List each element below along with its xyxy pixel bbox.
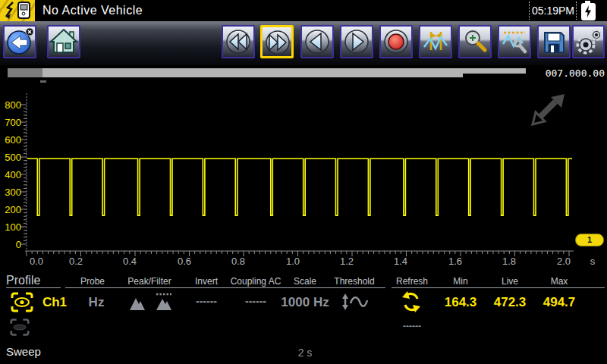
- buffer-scrollbar[interactable]: [8, 68, 526, 77]
- x-tick-label: 0.0: [24, 256, 49, 267]
- header-invert: Invert: [195, 276, 218, 287]
- channel-2-visibility-toggle[interactable]: [10, 318, 30, 340]
- x-axis-unit: s: [580, 256, 605, 267]
- fast-forward-button[interactable]: [260, 25, 294, 58]
- eye-icon: [11, 292, 33, 312]
- divider: [392, 287, 605, 288]
- device-icon: [0, 0, 35, 21]
- sweep-label: Sweep: [6, 345, 41, 358]
- next-icon: [341, 27, 372, 57]
- channel-1-label[interactable]: Ch1: [42, 295, 67, 310]
- channel-1-visibility-toggle[interactable]: [11, 292, 33, 315]
- x-tick-label: 1.2: [335, 256, 359, 267]
- header-peak-filter: Peak/Filter: [127, 276, 171, 287]
- x-tick-label: 1.6: [443, 256, 467, 267]
- zoom-icon: [460, 27, 490, 57]
- live-value: 472.3: [494, 295, 527, 310]
- buffer-used-segment: [8, 68, 42, 77]
- skip-back-icon: [223, 27, 253, 57]
- header-refresh: Refresh: [396, 276, 428, 287]
- invert-value[interactable]: ------: [196, 295, 217, 307]
- scope-graph: [0, 80, 607, 273]
- peak-detect-button[interactable]: [128, 295, 146, 314]
- x-tick-label: 0.4: [118, 256, 142, 267]
- waveform-setup-button[interactable]: [498, 25, 531, 58]
- back-button[interactable]: [3, 25, 36, 58]
- header-min: Min: [453, 276, 467, 287]
- refresh-icon: [401, 291, 422, 312]
- y-tick-label: 0: [0, 239, 21, 250]
- header-threshold: Threshold: [334, 276, 374, 287]
- waveform-setup-icon: [499, 27, 530, 57]
- buffer-position-indicator[interactable]: [463, 74, 531, 77]
- header-scale: Scale: [294, 276, 316, 287]
- y-tick-label: 100: [0, 221, 21, 233]
- previous-icon: [302, 27, 332, 57]
- settings-button[interactable]: [572, 25, 605, 58]
- page-title: No Active Vehicle: [42, 4, 143, 17]
- divider: [576, 2, 577, 20]
- record-button[interactable]: [379, 25, 413, 58]
- threshold-icon: [340, 293, 369, 312]
- min-value: 164.3: [445, 295, 477, 310]
- home-icon: [49, 27, 79, 57]
- divider: [6, 287, 61, 288]
- zoom-button[interactable]: [458, 25, 492, 58]
- y-tick-label: 700: [0, 117, 21, 128]
- next-button[interactable]: [340, 25, 373, 58]
- record-icon: [381, 27, 411, 57]
- cursors-icon: [420, 27, 451, 57]
- back-icon: [5, 27, 35, 57]
- toolbar: [0, 21, 607, 65]
- expand-graph-button[interactable]: [530, 93, 568, 127]
- y-tick-label: 200: [0, 204, 21, 215]
- header-probe: Probe: [80, 276, 105, 287]
- x-tick-label: 1.4: [388, 256, 413, 267]
- peak-detect-icon: [128, 295, 146, 311]
- filter-icon: [154, 292, 174, 311]
- probe-value[interactable]: Hz: [89, 295, 105, 310]
- previous-button[interactable]: [300, 25, 334, 58]
- refresh-button[interactable]: [401, 291, 422, 315]
- title-bar: No Active Vehicle 05:19PM: [0, 0, 607, 21]
- header-max: Max: [551, 276, 568, 287]
- x-tick-label: 0.2: [64, 256, 88, 267]
- header-live: Live: [502, 276, 518, 287]
- max-value: 494.7: [543, 295, 576, 310]
- scale-value[interactable]: 1000 Hz: [281, 295, 329, 310]
- scope-screen: No Active Vehicle 05:19PM: [0, 0, 607, 364]
- divider: [65, 287, 385, 288]
- cursors-button[interactable]: [419, 25, 452, 58]
- clock: 05:19PM: [531, 5, 575, 17]
- y-tick-label: 800: [0, 99, 21, 111]
- sweep-value[interactable]: 2 s: [298, 347, 313, 359]
- x-tick-label: 2.0: [552, 256, 576, 267]
- refresh-note: ------: [403, 321, 421, 331]
- channel-1-marker[interactable]: 1: [575, 234, 604, 246]
- home-button[interactable]: [47, 25, 80, 58]
- y-tick-label: 500: [0, 152, 21, 163]
- y-tick-label: 400: [0, 169, 21, 180]
- x-tick-label: 0.8: [226, 256, 250, 267]
- filter-button[interactable]: [154, 292, 174, 314]
- scan-tool-logo-icon[interactable]: [0, 0, 35, 21]
- threshold-button[interactable]: [340, 293, 369, 315]
- eye-off-icon: [10, 318, 30, 337]
- ch1-waveform: [27, 158, 572, 215]
- save-button[interactable]: [537, 25, 571, 58]
- battery-charging-icon: [581, 3, 596, 20]
- fast-forward-icon: [263, 27, 293, 58]
- expand-icon: [530, 93, 568, 127]
- x-tick-label: 0.6: [172, 256, 197, 267]
- header-coupling: Coupling AC: [231, 276, 281, 287]
- y-tick-label: 600: [0, 134, 21, 146]
- skip-back-button[interactable]: [222, 25, 255, 58]
- divider: [529, 2, 530, 20]
- save-icon: [539, 27, 569, 57]
- settings-gears-icon: [574, 27, 603, 57]
- frame-counter: 007.000.00: [531, 67, 605, 79]
- profile-section-title: Profile: [6, 274, 40, 287]
- coupling-value[interactable]: ------: [245, 295, 266, 307]
- y-tick-label: 300: [0, 187, 21, 198]
- x-tick-label: 1.8: [497, 256, 521, 267]
